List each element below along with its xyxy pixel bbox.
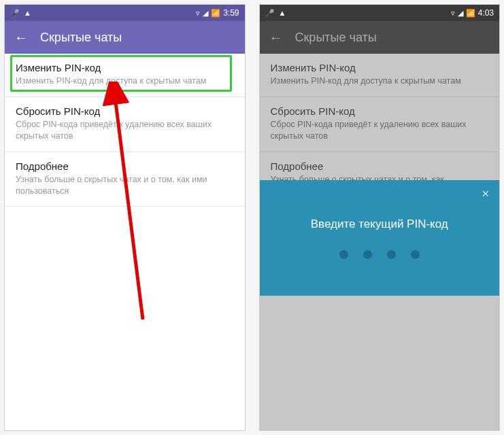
signal-icon: ◢ <box>203 10 208 17</box>
settings-list: Изменить PIN-код Изменить PIN-код для до… <box>5 54 245 430</box>
pin-dot <box>363 250 372 259</box>
clock: 3:59 <box>223 8 239 18</box>
item-learn-more[interactable]: Подробнее Узнать больше о скрытых чатах … <box>5 152 245 207</box>
status-bar: 🎤 ▲ ▿ ◢ 📶 4:03 <box>260 5 500 21</box>
phone-screenshot-left: 🎤 ▲ ▿ ◢ 📶 3:59 ← Скрытые чаты Изменить P… <box>4 4 246 431</box>
settings-list: Изменить PIN-код Изменить PIN-код для до… <box>260 54 500 430</box>
item-reset-pin[interactable]: Сбросить PIN-код Сброс PIN-кода приведёт… <box>5 97 245 152</box>
pin-dot <box>411 250 420 259</box>
battery-icon: 📶 <box>466 10 475 17</box>
page-title: Скрытые чаты <box>295 31 377 45</box>
item-subtitle: Сброс PIN-кода приведёт к удалению всех … <box>16 119 234 142</box>
item-subtitle: Сброс PIN-кода приведёт к удалению всех … <box>271 119 489 142</box>
pin-dot <box>387 250 396 259</box>
item-title: Изменить PIN-код <box>16 62 234 73</box>
app-bar: ← Скрытые чаты <box>5 21 245 54</box>
pin-entry-panel: ✕ Введите текущий PIN-код <box>260 180 500 296</box>
app-bar: ← Скрытые чаты <box>260 21 500 54</box>
close-icon[interactable]: ✕ <box>482 188 490 199</box>
item-subtitle: Узнать больше о скрытых чатах и о том, к… <box>16 174 234 197</box>
item-title: Сбросить PIN-код <box>271 105 489 117</box>
mic-muted-icon: 🎤 <box>10 10 20 17</box>
item-subtitle: Изменить PIN-код для доступа к скрытым ч… <box>16 75 234 87</box>
wifi-icon: ▿ <box>451 10 455 17</box>
back-arrow-icon[interactable]: ← <box>269 31 283 44</box>
item-reset-pin[interactable]: Сбросить PIN-код Сброс PIN-кода приведёт… <box>260 97 500 152</box>
item-title: Подробнее <box>16 160 234 172</box>
pin-prompt: Введите текущий PIN-код <box>311 218 448 231</box>
phone-screenshot-right: 🎤 ▲ ▿ ◢ 📶 4:03 ← Скрытые чаты Изменить P… <box>259 4 501 431</box>
debug-icon: ▲ <box>279 10 286 17</box>
back-arrow-icon[interactable]: ← <box>14 31 28 44</box>
item-change-pin[interactable]: Изменить PIN-код Изменить PIN-код для до… <box>260 54 500 97</box>
pin-dot <box>339 250 348 259</box>
battery-icon: 📶 <box>211 10 220 17</box>
item-title: Подробнее <box>271 160 489 172</box>
debug-icon: ▲ <box>24 10 31 17</box>
page-title: Скрытые чаты <box>40 31 122 45</box>
wifi-icon: ▿ <box>196 10 200 17</box>
pin-dots[interactable] <box>339 250 420 259</box>
item-title: Изменить PIN-код <box>271 62 489 73</box>
item-change-pin[interactable]: Изменить PIN-код Изменить PIN-код для до… <box>5 54 245 97</box>
mic-muted-icon: 🎤 <box>265 10 275 17</box>
item-title: Сбросить PIN-код <box>16 105 234 117</box>
item-subtitle: Изменить PIN-код для доступа к скрытым ч… <box>271 75 489 87</box>
status-bar: 🎤 ▲ ▿ ◢ 📶 3:59 <box>5 5 245 21</box>
clock: 4:03 <box>478 8 494 18</box>
signal-icon: ◢ <box>458 10 463 17</box>
